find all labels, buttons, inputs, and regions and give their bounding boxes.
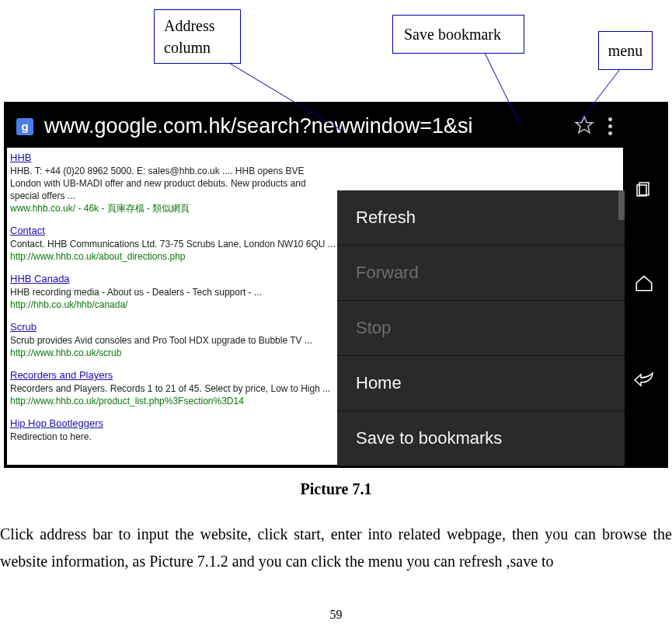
- recent-apps-icon[interactable]: [635, 180, 653, 201]
- result-snippet: Recorders and Players. Records 1 to 21 o…: [10, 383, 330, 394]
- menu-item-home[interactable]: Home: [337, 356, 625, 411]
- result-title-link[interactable]: Scrub: [10, 321, 37, 333]
- bookmark-star-icon[interactable]: [574, 115, 594, 138]
- result-title-link[interactable]: HHB: [10, 152, 31, 163]
- device-frame: g www.google.com.hk/search?newwindow=1&s…: [4, 102, 668, 468]
- search-result: HHB CanadaHHB recording media - About us…: [10, 272, 336, 311]
- webpage-content: HHBHHB. T: +44 (0)20 8962 5000. E: sales…: [7, 148, 623, 465]
- search-result: Recorders and PlayersRecorders and Playe…: [10, 368, 336, 407]
- callout-save-bookmark: Save bookmark: [392, 15, 524, 54]
- figure-caption: Picture 7.1: [0, 480, 672, 498]
- result-snippet: HHB. T: +44 (0)20 8962 5000. E: sales@hh…: [10, 166, 306, 201]
- page-number: 59: [0, 608, 672, 622]
- body-paragraph: Click address bar to input the website, …: [0, 521, 672, 575]
- menu-item-save-to-bookmarks[interactable]: Save to bookmarks: [337, 411, 625, 466]
- result-snippet: Contact. HHB Communications Ltd. 73-75 S…: [10, 239, 336, 249]
- menu-item-stop: Stop: [337, 301, 625, 356]
- scrollbar-thumb[interactable]: [618, 190, 625, 220]
- search-result: Hip Hop BootleggersRedirection to here.: [10, 417, 336, 443]
- search-results-list: HHBHHB. T: +44 (0)20 8962 5000. E: sales…: [10, 151, 336, 452]
- svg-marker-3: [576, 117, 593, 133]
- search-result: ScrubScrub provides Avid consoles and Pr…: [10, 320, 336, 359]
- result-url: http://www.hhb.co.uk/scrub: [10, 347, 121, 358]
- result-snippet: Scrub provides Avid consoles and Pro Too…: [10, 335, 312, 346]
- browser-address-bar[interactable]: g www.google.com.hk/search?newwindow=1&s…: [7, 105, 623, 148]
- result-title-link[interactable]: Hip Hop Bootleggers: [10, 417, 103, 429]
- system-nav-bar: [623, 105, 665, 465]
- home-icon[interactable]: [634, 273, 654, 296]
- result-url: http://www.hhb.co.uk/product_list.php%3F…: [10, 396, 244, 406]
- device-inner: g www.google.com.hk/search?newwindow=1&s…: [7, 105, 665, 465]
- result-url: www.hhb.co.uk/ - 46k - 頁庫存檔 - 類似網頁: [10, 203, 190, 214]
- search-result: HHBHHB. T: +44 (0)20 8962 5000. E: sales…: [10, 151, 336, 215]
- callout-address-column: Address column: [154, 9, 241, 64]
- menu-item-forward: Forward: [337, 246, 625, 301]
- result-url: http://www.hhb.co.uk/about_directions.ph…: [10, 251, 185, 262]
- result-title-link[interactable]: Contact: [10, 225, 45, 236]
- url-text[interactable]: www.google.com.hk/search?newwindow=1&si: [44, 114, 563, 138]
- result-snippet: Redirection to here.: [10, 431, 92, 442]
- menu-item-refresh[interactable]: Refresh: [337, 190, 625, 246]
- result-url: http://hhb.co.uk/hhb/canada/: [10, 299, 127, 310]
- result-title-link[interactable]: HHB Canada: [10, 273, 70, 284]
- favicon-icon: g: [16, 118, 33, 135]
- back-icon[interactable]: [633, 368, 655, 390]
- callout-menu: menu: [598, 31, 653, 70]
- browser-menu-popup: RefreshForwardStopHomeSave to bookmarks: [337, 190, 625, 466]
- result-title-link[interactable]: Recorders and Players: [10, 369, 113, 381]
- overflow-menu-icon[interactable]: [608, 117, 612, 135]
- svg-rect-5: [637, 185, 646, 196]
- search-result: ContactContact. HHB Communications Ltd. …: [10, 224, 336, 263]
- result-snippet: HHB recording media - About us - Dealers…: [10, 287, 262, 298]
